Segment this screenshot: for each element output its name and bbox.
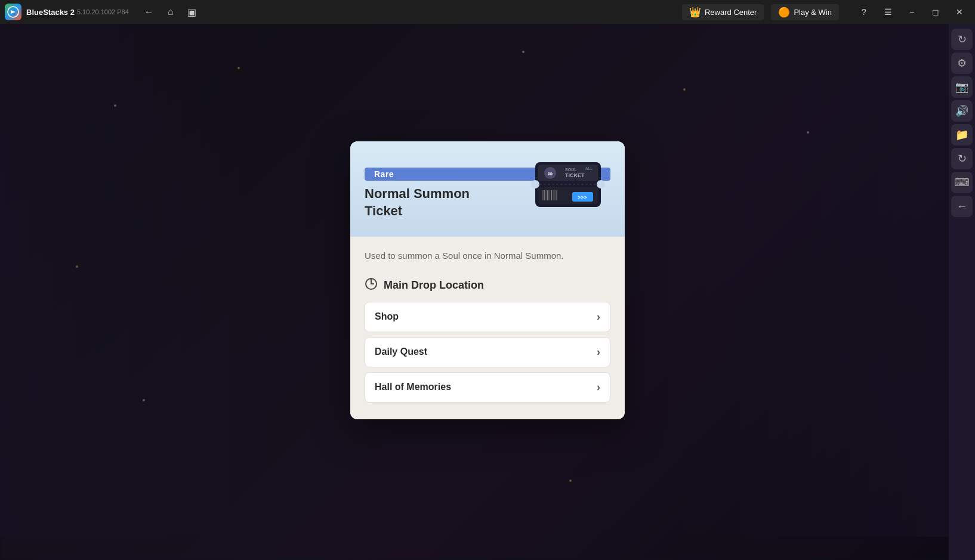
close-button[interactable]: ✕	[949, 4, 970, 20]
titlebar: BlueStacks 2 5.10.20.1002 P64 ← ⌂ ▣ 👑 Re…	[0, 0, 975, 24]
help-button[interactable]: ?	[853, 4, 875, 20]
sidebar-volume-button[interactable]: 🔊	[951, 100, 973, 122]
svg-text:SOUL: SOUL	[565, 168, 577, 172]
svg-text:TICKET: TICKET	[565, 172, 585, 178]
shop-chevron-icon: ›	[597, 311, 600, 323]
app-version: 5.10.20.1002 P64	[77, 8, 129, 16]
back-button[interactable]: ←	[141, 4, 158, 20]
clock-icon	[365, 277, 378, 290]
drop-location-icon	[365, 277, 378, 293]
item-description: Used to summon a Soul once in Normal Sum…	[365, 249, 610, 263]
titlebar-nav: ← ⌂ ▣	[141, 4, 200, 20]
sidebar-folder-button[interactable]: 📁	[951, 124, 973, 146]
sidebar-back-arrow-button[interactable]: ←	[951, 196, 973, 217]
home-button[interactable]: ⌂	[162, 4, 179, 20]
location-daily-quest-label: Daily Quest	[375, 346, 427, 357]
section-title: Main Drop Location	[365, 277, 610, 293]
location-shop-label: Shop	[375, 311, 399, 322]
svg-point-2	[531, 180, 539, 188]
play-win-label: Play & Win	[794, 8, 832, 17]
minimize-button[interactable]: −	[901, 4, 922, 20]
reward-crown-icon: 👑	[689, 7, 701, 18]
location-hall-of-memories-label: Hall of Memories	[375, 382, 451, 392]
titlebar-right: 👑 Reward Center 🟠 Play & Win ? ☰ − ◻ ✕	[682, 4, 970, 20]
sidebar-screenshot-button[interactable]: 📷	[951, 76, 973, 98]
svg-text:>>>: >>>	[578, 194, 587, 200]
ticket-image: ∞ SOUL TICKET ALL >>>	[529, 156, 613, 222]
sidebar-refresh-button[interactable]: ↻	[951, 29, 973, 50]
reward-center-label: Reward Center	[705, 8, 757, 17]
item-detail-dialog: Rare Normal Summon Ticket ∞ SOUL	[350, 141, 625, 419]
play-win-button[interactable]: 🟠 Play & Win	[771, 4, 839, 20]
hall-of-memories-chevron-icon: ›	[597, 381, 600, 394]
window-controls: ? ☰ − ◻ ✕	[853, 4, 970, 20]
location-item-shop[interactable]: Shop ›	[365, 302, 610, 332]
app-logo	[5, 4, 21, 20]
dialog-header: Rare Normal Summon Ticket ∞ SOUL	[350, 141, 625, 237]
location-list: Shop › Daily Quest › Hall of Memories ›	[365, 302, 610, 403]
sidebar-keyboard-button[interactable]: ⌨	[951, 172, 973, 193]
svg-point-26	[371, 279, 372, 280]
reward-center-button[interactable]: 👑 Reward Center	[682, 4, 764, 20]
svg-text:∞: ∞	[548, 169, 553, 178]
daily-quest-chevron-icon: ›	[597, 346, 600, 358]
sidebar-rotate-button[interactable]: ↻	[951, 148, 973, 169]
play-win-icon: 🟠	[778, 7, 790, 18]
location-item-daily-quest[interactable]: Daily Quest ›	[365, 337, 610, 367]
svg-text:ALL: ALL	[585, 166, 593, 171]
app-name: BlueStacks 2	[26, 8, 75, 17]
restore-button[interactable]: ◻	[925, 4, 946, 20]
sidebar-settings-button[interactable]: ⚙	[951, 52, 973, 74]
dialog-body: Used to summon a Soul once in Normal Sum…	[350, 237, 625, 419]
right-sidebar: ↻ ⚙ 📷 🔊 📁 ↻ ⌨ ←	[949, 24, 975, 560]
ticket-svg: ∞ SOUL TICKET ALL >>>	[529, 156, 607, 216]
location-item-hall-of-memories[interactable]: Hall of Memories ›	[365, 372, 610, 403]
svg-point-3	[597, 180, 605, 188]
tabs-button[interactable]: ▣	[184, 4, 200, 20]
section-title-text: Main Drop Location	[384, 279, 484, 292]
menu-button[interactable]: ☰	[877, 4, 899, 20]
